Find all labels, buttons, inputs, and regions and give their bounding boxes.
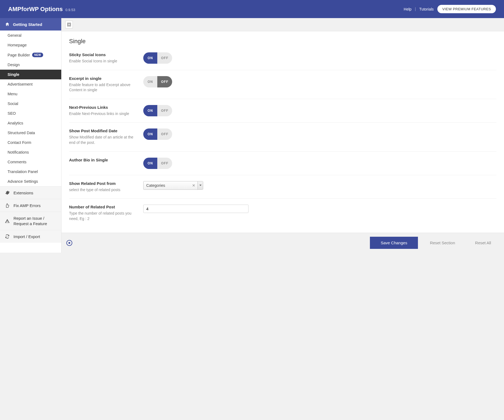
sidebar-item-label: Advertisement bbox=[8, 82, 33, 86]
header-left: AMPforWP Options 0.9.53 bbox=[8, 6, 75, 13]
select-dropdown-arrow[interactable] bbox=[197, 181, 203, 189]
app-header: AMPforWP Options 0.9.53 Help Tutorials V… bbox=[0, 0, 504, 18]
sidebar-item-structured-data[interactable]: Structured Data bbox=[0, 128, 61, 138]
excerpt-toggle[interactable]: ON OFF bbox=[143, 76, 172, 87]
view-premium-button[interactable]: VIEW PREMIUM FEATURES bbox=[437, 5, 496, 13]
sidebar-item-label: Analytics bbox=[8, 121, 23, 125]
field-related-number: Number of Related Post Type the number o… bbox=[69, 198, 496, 227]
field-title: Next-Previous Links bbox=[69, 105, 138, 110]
sidebar: Getting Started GeneralHomepagePage Buil… bbox=[0, 18, 62, 253]
related-from-select[interactable]: Categories ✕ bbox=[143, 181, 203, 190]
reset-section-button[interactable]: Reset Section bbox=[422, 237, 463, 249]
warning-icon bbox=[5, 219, 10, 223]
sidebar-item-label: Contact Form bbox=[8, 140, 31, 145]
sidebar-item-label: Advance Settings bbox=[8, 179, 38, 184]
field-excerpt: Excerpt in single Enable feature to add … bbox=[69, 70, 496, 99]
next-previous-toggle[interactable]: ON OFF bbox=[143, 105, 172, 116]
sidebar-report-label-2: Request a Feature bbox=[13, 221, 47, 226]
app-version: 0.9.53 bbox=[65, 8, 75, 12]
sidebar-getting-started-label: Getting Started bbox=[13, 22, 42, 27]
refresh-icon bbox=[5, 234, 10, 239]
sidebar-item-social[interactable]: Social bbox=[0, 99, 61, 109]
thumbs-up-icon bbox=[5, 203, 10, 208]
sidebar-import-export[interactable]: Import / Export bbox=[0, 230, 61, 243]
content-toolbar bbox=[62, 18, 504, 31]
sidebar-item-label: Structured Data bbox=[8, 131, 35, 135]
sidebar-item-homepage[interactable]: Homepage bbox=[0, 40, 61, 50]
field-title: Excerpt in single bbox=[69, 76, 138, 81]
field-sticky-social: Sticky Social Icons Enable Social Icons … bbox=[69, 52, 496, 70]
content-footer: Save Changes Reset Section Reset All bbox=[62, 233, 504, 253]
home-icon bbox=[5, 22, 10, 27]
sidebar-item-comments[interactable]: Comments bbox=[0, 157, 61, 167]
field-desc: Enable Next-Previous links in single bbox=[69, 111, 138, 117]
field-desc: select the type of related posts bbox=[69, 187, 138, 193]
help-link[interactable]: Help bbox=[404, 7, 411, 11]
select-clear[interactable]: ✕ bbox=[192, 183, 195, 188]
author-bio-toggle[interactable]: ON OFF bbox=[143, 158, 172, 169]
field-title: Show Post Modified Date bbox=[69, 128, 138, 133]
field-title: Author Bio in Single bbox=[69, 158, 138, 162]
sidebar-getting-started[interactable]: Getting Started bbox=[0, 18, 61, 31]
sidebar-item-advance-settings[interactable]: Advance Settings bbox=[0, 177, 61, 186]
sidebar-item-label: Page Builder bbox=[8, 53, 30, 57]
new-badge: NEW bbox=[32, 53, 43, 57]
select-value: Categories bbox=[146, 183, 165, 188]
svg-rect-1 bbox=[68, 24, 70, 26]
sidebar-item-label: Menu bbox=[8, 92, 17, 96]
sidebar-item-page-builder[interactable]: Page BuilderNEW bbox=[0, 50, 61, 60]
sidebar-report-issue[interactable]: Report an Issue / Request a Feature bbox=[0, 212, 61, 230]
field-desc: Type the number of related posts you nee… bbox=[69, 211, 138, 221]
expand-button[interactable] bbox=[65, 21, 73, 28]
sidebar-item-single[interactable]: Single bbox=[0, 70, 61, 79]
app-title: AMPforWP Options bbox=[8, 6, 63, 13]
sidebar-extensions-label: Extensions bbox=[13, 191, 33, 195]
sidebar-fix-errors[interactable]: Fix AMP Errors bbox=[0, 199, 61, 212]
content-area: Single Sticky Social Icons Enable Social… bbox=[62, 18, 504, 253]
sidebar-item-general[interactable]: General bbox=[0, 31, 61, 40]
sidebar-item-label: Design bbox=[8, 63, 20, 67]
field-next-previous: Next-Previous Links Enable Next-Previous… bbox=[69, 99, 496, 123]
sidebar-item-contact-form[interactable]: Contact Form bbox=[0, 138, 61, 147]
sidebar-item-label: SEO bbox=[8, 111, 16, 116]
sidebar-item-label: Translation Panel bbox=[8, 170, 38, 174]
modified-date-toggle[interactable]: ON OFF bbox=[143, 128, 172, 140]
save-changes-button[interactable]: Save Changes bbox=[370, 237, 418, 249]
sidebar-extensions[interactable]: Extensions bbox=[0, 186, 61, 199]
header-right: Help Tutorials VIEW PREMIUM FEATURES bbox=[404, 5, 496, 13]
field-desc: Enable feature to add Excerpt above Cont… bbox=[69, 82, 138, 93]
field-modified-date: Show Post Modified Date Show Modified da… bbox=[69, 122, 496, 151]
sidebar-item-advertisement[interactable]: Advertisement bbox=[0, 79, 61, 89]
tutorials-link[interactable]: Tutorials bbox=[419, 7, 434, 11]
gear-icon bbox=[5, 190, 10, 195]
sidebar-item-seo[interactable]: SEO bbox=[0, 109, 61, 118]
field-desc: Show Modified date of an article at the … bbox=[69, 135, 138, 145]
sidebar-item-label: General bbox=[8, 33, 22, 38]
svg-rect-0 bbox=[67, 23, 71, 26]
sidebar-item-label: Single bbox=[8, 72, 19, 77]
field-related-from: Show Related Post from select the type o… bbox=[69, 175, 496, 199]
field-desc: Enable Social Icons in single bbox=[69, 59, 138, 64]
page-title: Single bbox=[69, 38, 496, 45]
sidebar-import-export-label: Import / Export bbox=[13, 234, 40, 239]
field-title: Number of Related Post bbox=[69, 205, 138, 209]
footer-logo-icon bbox=[66, 240, 72, 246]
expand-icon bbox=[67, 22, 71, 27]
sticky-social-toggle[interactable]: ON OFF bbox=[143, 52, 172, 64]
sidebar-fix-errors-label: Fix AMP Errors bbox=[13, 203, 41, 208]
header-divider bbox=[415, 7, 416, 11]
field-title: Show Related Post from bbox=[69, 181, 138, 186]
sidebar-report-label-1: Report an Issue / bbox=[13, 216, 47, 221]
sidebar-item-design[interactable]: Design bbox=[0, 60, 61, 70]
field-author-bio: Author Bio in Single ON OFF bbox=[69, 151, 496, 175]
sidebar-item-translation-panel[interactable]: Translation Panel bbox=[0, 167, 61, 177]
sidebar-item-label: Notifications bbox=[8, 150, 29, 154]
svg-point-2 bbox=[69, 242, 70, 244]
related-number-input[interactable] bbox=[143, 205, 248, 213]
sidebar-item-label: Comments bbox=[8, 160, 26, 164]
sidebar-item-analytics[interactable]: Analytics bbox=[0, 118, 61, 128]
sidebar-item-notifications[interactable]: Notifications bbox=[0, 147, 61, 157]
reset-all-button[interactable]: Reset All bbox=[467, 237, 499, 249]
sidebar-item-menu[interactable]: Menu bbox=[0, 89, 61, 99]
field-title: Sticky Social Icons bbox=[69, 52, 138, 57]
